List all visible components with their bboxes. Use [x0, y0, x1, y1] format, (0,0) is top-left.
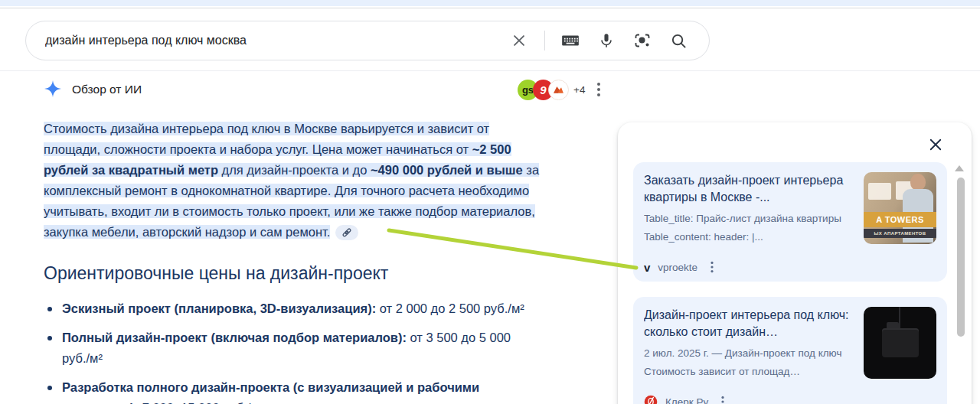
voice-search-icon[interactable]: [591, 25, 622, 56]
citation-snippet: Table_title: Прайс-лист дизайна квартиры…: [644, 210, 857, 246]
close-panel-icon[interactable]: [925, 134, 946, 155]
paragraph-segment-bold: ~490 000 рублей и выше: [371, 163, 523, 177]
price-bullet-list: Эскизный проект (планировка, 3D-визуализ…: [44, 298, 540, 404]
more-sources-count[interactable]: +4: [573, 84, 585, 96]
citation-source-row: v vproekte: [644, 260, 719, 274]
source-favicon: v: [644, 261, 650, 274]
search-input[interactable]: [45, 34, 504, 47]
citation-card-2[interactable]: Дизайн-проект интерьера под ключ: скольк…: [633, 297, 947, 404]
ai-overview-label: Обзор от ИИ: [72, 83, 142, 96]
citations-panel: Заказать дизайн-проект интерьера квартир…: [618, 122, 972, 404]
clear-search-icon[interactable]: [504, 25, 534, 56]
keyboard-icon[interactable]: [555, 25, 586, 56]
list-item: Полный дизайн-проект (включая подбор мат…: [44, 327, 540, 369]
source-favicon: [644, 395, 658, 404]
citation-menu-icon[interactable]: [716, 395, 730, 404]
panel-scrollbar[interactable]: [957, 178, 965, 337]
search-bar-divider: [544, 31, 545, 50]
thumbnail-caption: A TOWERS: [864, 212, 936, 227]
citation-snippet: 2 июл. 2025 г. — Дизайн-проект под ключ …: [644, 344, 857, 381]
lens-icon[interactable]: [627, 25, 658, 56]
source-name[interactable]: vproekte: [658, 262, 697, 273]
citation-title[interactable]: Заказать дизайн-проект интерьера квартир…: [644, 172, 857, 206]
top-divider: [0, 8, 980, 8]
citation-thumbnail[interactable]: [864, 307, 936, 379]
overview-menu-button[interactable]: [590, 80, 608, 99]
citation-thumbnail[interactable]: A TOWERS ЫХ АПАРТАМЕНТОВ: [864, 172, 936, 244]
paragraph-segment: для дизайн-проекта и до: [218, 163, 371, 177]
source-favicon-orange[interactable]: [548, 80, 569, 100]
section-heading: Ориентировочные цены на дизайн-проект: [44, 263, 388, 284]
scroll-up-arrow[interactable]: [955, 165, 964, 171]
search-bar[interactable]: [25, 21, 710, 60]
search-icon[interactable]: [663, 25, 694, 56]
thumbnail-subcaption: ЫХ АПАРТАМЕНТОВ: [864, 229, 936, 238]
citation-source-row: Клерк.Ру: [644, 395, 730, 404]
ai-overview-paragraph: Стоимость дизайна интерьера под ключ в М…: [44, 119, 541, 243]
ai-sparkle-icon: [44, 80, 62, 99]
list-item: Разработка полного дизайн-проекта (с виз…: [44, 377, 540, 404]
source-name[interactable]: Клерк.Ру: [665, 396, 708, 404]
citation-card-1[interactable]: Заказать дизайн-проект интерьера квартир…: [633, 162, 947, 282]
citation-menu-icon[interactable]: [705, 260, 719, 274]
browser-top-strip: [0, 0, 980, 6]
sources-chip-group[interactable]: gs 9 +4: [518, 78, 585, 101]
list-item: Эскизный проект (планировка, 3D-визуализ…: [44, 298, 540, 319]
citation-title[interactable]: Дизайн-проект интерьера под ключ: скольк…: [644, 307, 857, 340]
ai-overview-header: Обзор от ИИ: [44, 79, 142, 100]
citation-link-chip[interactable]: [335, 225, 358, 240]
paragraph-segment: Стоимость дизайна интерьера под ключ в М…: [44, 122, 489, 156]
header-divider: [0, 70, 980, 71]
